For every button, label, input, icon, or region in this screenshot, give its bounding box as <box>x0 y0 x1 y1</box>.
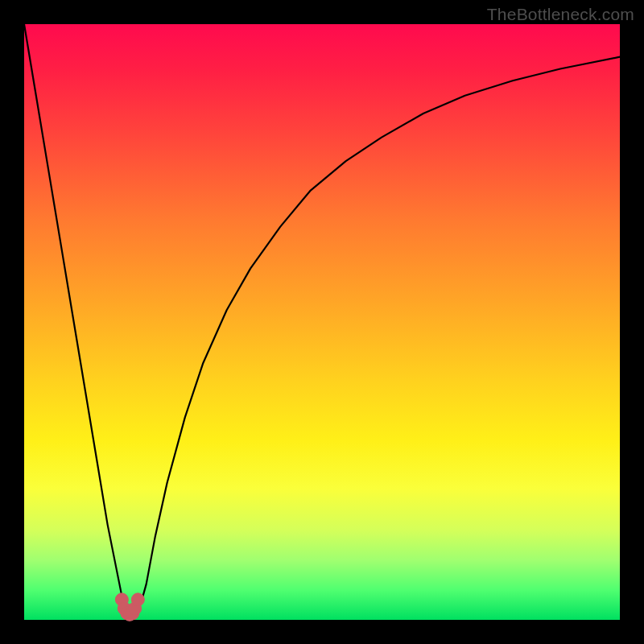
chart-container: TheBottleneck.com <box>0 0 644 644</box>
bottleneck-curve <box>24 24 620 614</box>
curve-svg <box>24 24 620 620</box>
minimum-markers <box>115 593 144 621</box>
min-marker <box>131 593 144 606</box>
plot-area <box>24 24 620 620</box>
watermark-text: TheBottleneck.com <box>487 5 634 24</box>
